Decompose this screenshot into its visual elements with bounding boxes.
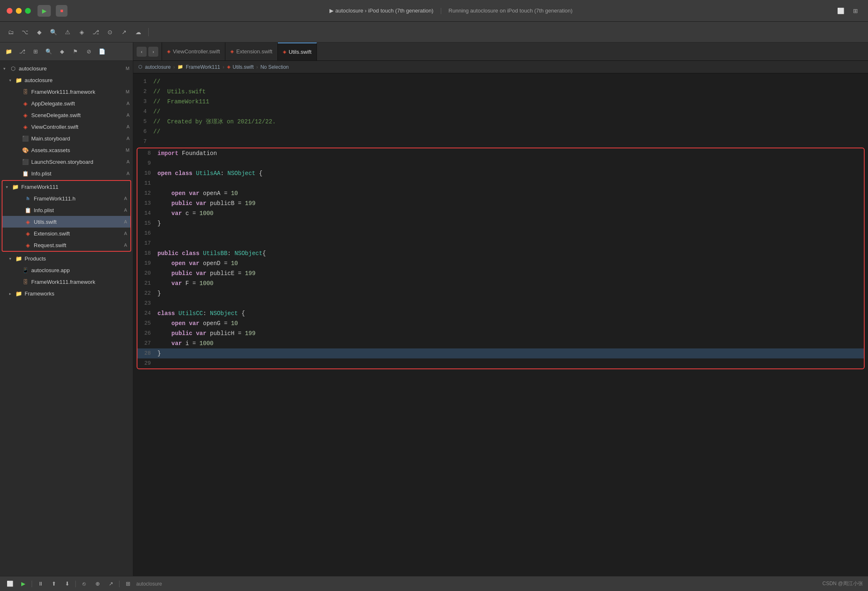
sidebar-item-badge: A xyxy=(127,101,130,106)
code-line[interactable]: 29 xyxy=(137,358,864,368)
sidebar-note-icon[interactable]: 📄 xyxy=(97,47,107,56)
code-line[interactable]: 11 xyxy=(137,178,864,188)
code-line[interactable]: 15} xyxy=(137,218,864,228)
sidebar-flag-icon[interactable]: ⚑ xyxy=(71,47,80,56)
bottom-sidebar-icon[interactable]: ⬜ xyxy=(5,579,15,589)
sidebar-item-launchscreen[interactable]: ⬛ LaunchScreen.storyboard A xyxy=(0,156,133,168)
sidebar-item-framework-h[interactable]: h FrameWork111.h A xyxy=(2,193,130,204)
code-line[interactable]: 9 xyxy=(137,158,864,168)
sidebar-item-autoclosure-folder[interactable]: ▾ 📁 autoclosure xyxy=(0,74,133,86)
code-line[interactable]: 1// xyxy=(133,77,868,87)
warnings-icon[interactable]: ⚠ xyxy=(62,26,73,38)
sidebar-toggle-icon[interactable]: ⬜ xyxy=(835,5,846,17)
cloud-icon[interactable]: ☁ xyxy=(132,26,144,38)
git-icon[interactable]: ⎇ xyxy=(90,26,102,38)
sidebar-item-request-swift[interactable]: ◈ Request.swift A xyxy=(2,239,130,251)
bottom-pause-icon[interactable]: ⏸ xyxy=(35,579,45,589)
bottom-share-icon[interactable]: ⎋ xyxy=(79,579,89,589)
sidebar-search-icon[interactable]: 🔍 xyxy=(44,47,53,56)
sidebar-item-extension-swift[interactable]: ◈ Extension.swift A xyxy=(2,228,130,239)
code-line[interactable]: 16 xyxy=(137,228,864,238)
code-line[interactable]: 23 xyxy=(137,298,864,308)
sidebar-git-icon[interactable]: ⎇ xyxy=(17,47,27,56)
code-line[interactable]: 14 var c = 1000 xyxy=(137,208,864,218)
memory-icon[interactable]: ◈ xyxy=(76,26,87,38)
code-line[interactable]: 7 xyxy=(133,137,868,147)
sidebar-item-autoclosure-app[interactable]: 📱 autoclosure.app xyxy=(0,264,133,276)
breadcrumb-autoclosure[interactable]: autoclosure xyxy=(145,64,171,70)
code-line[interactable]: 22} xyxy=(137,288,864,298)
layout-icon[interactable]: ⊞ xyxy=(850,5,861,17)
code-line[interactable]: 24class UtilsCC: NSObject { xyxy=(137,308,864,318)
share-icon[interactable]: ↗ xyxy=(118,26,130,38)
code-line[interactable]: 2// Utils.swift xyxy=(133,87,868,97)
sidebar-item-info-plist-fw[interactable]: 📋 Info.plist A xyxy=(2,204,130,216)
sidebar-item-framework-product[interactable]: 🗄 FrameWork111.framework xyxy=(0,276,133,288)
sidebar-item-frameworks-folder[interactable]: ▸ 📁 Frameworks xyxy=(0,288,133,299)
sidebar-item-products-folder[interactable]: ▾ 📁 Products xyxy=(0,253,133,264)
code-line[interactable]: 6// xyxy=(133,127,868,137)
breakpoints-icon[interactable]: ◆ xyxy=(33,26,45,38)
toolbar-divider xyxy=(148,28,149,36)
breadcrumb-framework[interactable]: FrameWork111 xyxy=(186,64,220,70)
code-line[interactable]: 25 open var openG = 10 xyxy=(137,318,864,328)
sidebar-item-info-plist-main[interactable]: 📋 Info.plist A xyxy=(0,168,133,179)
code-line[interactable]: 13 public var publicB = 199 xyxy=(137,198,864,208)
breadcrumb-no-selection[interactable]: No Selection xyxy=(260,64,289,70)
breadcrumb-utils[interactable]: Utils.swift xyxy=(233,64,254,70)
tab-back-button[interactable]: ‹ xyxy=(137,47,147,57)
sidebar-filter-icon[interactable]: ⊘ xyxy=(84,47,93,56)
sidebar-item-framework-ref[interactable]: 🗄 FrameWork111.framework M xyxy=(0,86,133,98)
code-line[interactable]: 28} xyxy=(137,348,864,358)
tab-extension[interactable]: ◈ Extension.swift xyxy=(225,43,278,60)
sidebar-item-badge: M xyxy=(126,89,130,94)
robot-icon[interactable]: ⊙ xyxy=(104,26,116,38)
file-manager-icon[interactable]: 🗂 xyxy=(5,26,17,38)
code-line[interactable]: 10open class UtilsAA: NSObject { xyxy=(137,168,864,178)
code-line[interactable]: 4// xyxy=(133,107,868,117)
sidebar-grid-icon[interactable]: ⊞ xyxy=(31,47,40,56)
code-line[interactable]: 18public class UtilsBB: NSObject{ xyxy=(137,248,864,258)
bottom-play-icon[interactable]: ▶ xyxy=(18,579,28,589)
sidebar-item-assets[interactable]: 🎨 Assets.xcassets M xyxy=(0,144,133,156)
sidebar-item-appdelegate[interactable]: ◈ AppDelegate.swift A xyxy=(0,98,133,109)
plist-icon: 📋 xyxy=(24,206,32,214)
tab-viewcontroller[interactable]: ◈ ViewController.swift xyxy=(162,43,225,60)
code-line[interactable]: 12 open var openA = 10 xyxy=(137,188,864,198)
maximize-button[interactable] xyxy=(25,8,31,14)
sidebar-item-label: LaunchScreen.storyboard xyxy=(31,159,127,165)
version-control-icon[interactable]: ⌥ xyxy=(19,26,31,38)
stop-button[interactable]: ■ xyxy=(56,5,67,17)
code-line[interactable]: 8import Foundation xyxy=(137,148,864,158)
bottom-upload-icon[interactable]: ⬆ xyxy=(49,579,59,589)
bottom-grid-icon[interactable]: ⊞ xyxy=(123,579,133,589)
code-line[interactable]: 17 xyxy=(137,238,864,248)
sidebar-diamond-icon[interactable]: ◆ xyxy=(57,47,67,56)
sidebar-item-framework111-folder[interactable]: ▾ 📁 FrameWork111 xyxy=(2,181,130,193)
bottom-arrow-icon[interactable]: ↗ xyxy=(106,579,116,589)
code-line[interactable]: 5// Created by 张璟冰 on 2021/12/22. xyxy=(133,117,868,127)
sidebar-item-autoclosure-root[interactable]: ▾ ⬡ autoclosure M xyxy=(0,63,133,74)
bottom-divider xyxy=(32,581,32,587)
sidebar-item-viewcontroller[interactable]: ◈ ViewController.swift A xyxy=(0,121,133,133)
bottom-download-icon[interactable]: ⬇ xyxy=(62,579,72,589)
code-line[interactable]: 26 public var publicH = 199 xyxy=(137,328,864,338)
bottom-network-icon[interactable]: ⊕ xyxy=(92,579,102,589)
code-line[interactable]: 3// FrameWork111 xyxy=(133,97,868,107)
code-line[interactable]: 20 public var publicE = 199 xyxy=(137,268,864,278)
run-button[interactable]: ▶ xyxy=(37,5,51,17)
code-line[interactable]: 21 var F = 1000 xyxy=(137,278,864,288)
search-icon[interactable]: 🔍 xyxy=(47,26,59,38)
sidebar-item-main-storyboard[interactable]: ⬛ Main.storyboard A xyxy=(0,133,133,144)
tab-utils[interactable]: ◈ Utils.swift xyxy=(278,43,317,60)
code-line[interactable]: 19 open var openD = 10 xyxy=(137,258,864,268)
code-line[interactable]: 27 var i = 1000 xyxy=(137,338,864,348)
tab-forward-button[interactable]: › xyxy=(148,47,158,57)
sidebar-item-utils-swift[interactable]: ◈ Utils.swift A xyxy=(2,216,130,228)
sidebar-file-icon[interactable]: 📁 xyxy=(4,47,13,56)
sidebar-content: ▾ ⬡ autoclosure M ▾ 📁 autoclosure 🗄 Fram… xyxy=(0,61,133,576)
sidebar-item-scenedelegate[interactable]: ◈ SceneDelegate.swift A xyxy=(0,109,133,121)
close-button[interactable] xyxy=(7,8,12,14)
code-editor[interactable]: 1//2// Utils.swift3// FrameWork1114//5//… xyxy=(133,73,868,576)
minimize-button[interactable] xyxy=(16,8,22,14)
